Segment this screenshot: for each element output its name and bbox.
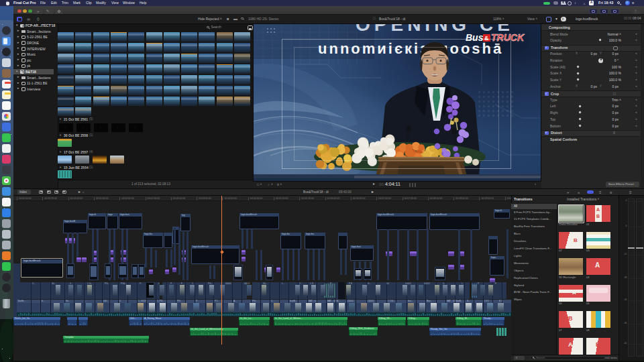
svg-text:OPENING CE: OPENING CE <box>356 24 514 35</box>
